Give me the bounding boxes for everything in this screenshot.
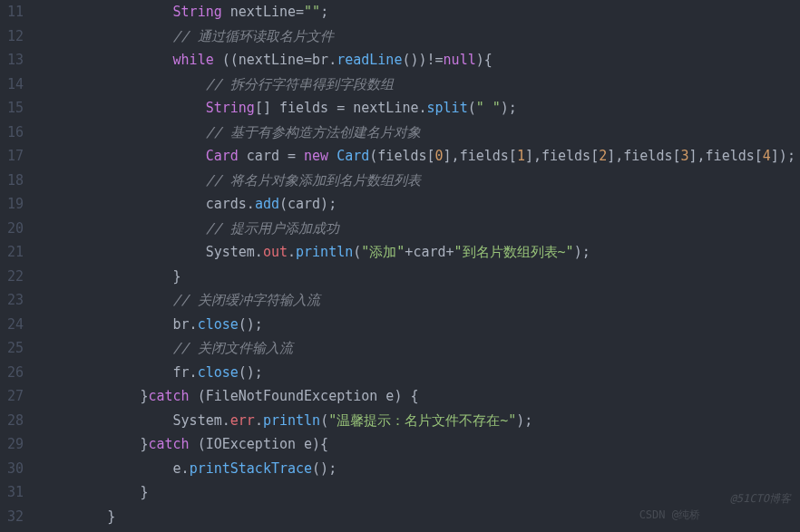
- token-cmt: // 基于有参构造方法创建名片对象: [206, 124, 421, 140]
- line-number: 31: [7, 480, 24, 505]
- token-mtd: add: [255, 196, 279, 212]
- token-pln: (FileNotFoundException e) {: [190, 388, 419, 404]
- token-pln: br.: [312, 52, 337, 68]
- line-number: 29: [7, 432, 24, 457]
- token-str: "到名片数组列表~": [454, 244, 574, 260]
- line-number: 24: [7, 313, 24, 337]
- line-number: 20: [7, 217, 24, 241]
- code-line[interactable]: br.close();: [42, 313, 800, 337]
- line-number: 30: [7, 457, 24, 481]
- code-line[interactable]: fr.close();: [42, 361, 800, 385]
- line-number-gutter: 1112131415161718192021222324252627282930…: [0, 0, 38, 532]
- token-cmt: // 将名片对象添加到名片数组列表: [206, 172, 421, 189]
- line-number: 11: [7, 0, 24, 24]
- line-number: 19: [7, 192, 24, 217]
- token-pln: (: [353, 244, 361, 260]
- token-cmt: // 提示用户添加成功: [206, 220, 339, 237]
- token-pln: ){: [476, 52, 493, 68]
- token-pln: System.: [206, 244, 263, 260]
- token-pln: (: [320, 412, 328, 429]
- code-line[interactable]: cards.add(card);: [42, 192, 800, 217]
- code-line[interactable]: System.out.println("添加"+card+"到名片数组列表~")…: [42, 240, 800, 265]
- token-mtd: close: [198, 316, 239, 333]
- token-pln: System.: [173, 412, 230, 429]
- token-typ: Card: [206, 148, 239, 164]
- token-pln: ();: [312, 460, 337, 477]
- token-op: =: [337, 100, 353, 116]
- token-typ: String: [206, 100, 255, 116]
- token-pln: ()): [402, 52, 426, 68]
- code-line[interactable]: // 关闭缓冲字符输入流: [42, 288, 800, 313]
- token-pln: card: [413, 244, 445, 260]
- code-line[interactable]: String nextLine="";: [42, 0, 800, 24]
- token-pln: );: [516, 412, 532, 429]
- token-num: 1: [517, 148, 525, 164]
- line-number: 23: [7, 288, 24, 313]
- token-str: "添加": [361, 244, 405, 260]
- token-var: err: [230, 412, 255, 429]
- line-number: 13: [7, 48, 24, 73]
- token-pln: );: [501, 100, 517, 116]
- token-pln: nextLine.: [353, 100, 426, 116]
- token-num: 0: [435, 148, 444, 164]
- token-pln: }: [173, 268, 181, 285]
- token-pln: ],fields[: [689, 148, 763, 164]
- code-line[interactable]: // 提示用户添加成功: [42, 217, 800, 241]
- token-pln: ();: [239, 364, 263, 381]
- token-pln: }: [140, 484, 148, 500]
- code-line[interactable]: }: [42, 480, 800, 505]
- line-number: 12: [7, 24, 24, 49]
- token-cmt: // 通过循环读取名片文件: [173, 28, 334, 44]
- token-cmt: // 关闭缓冲字符输入流: [173, 292, 320, 308]
- code-line[interactable]: // 基于有参构造方法创建名片对象: [42, 121, 800, 145]
- token-var: out: [263, 244, 288, 260]
- token-pln: ]);: [771, 148, 795, 164]
- token-pln: e.: [173, 460, 190, 477]
- code-line[interactable]: // 拆分行字符串得到字段数组: [42, 73, 800, 97]
- code-line[interactable]: String[] fields = nextLine.split(" ");: [42, 96, 800, 121]
- code-line[interactable]: System.err.println("温馨提示：名片文件不存在~");: [42, 409, 800, 433]
- token-str: "温馨提示：名片文件不存在~": [328, 412, 516, 429]
- code-line[interactable]: }catch (FileNotFoundException e) {: [42, 384, 800, 409]
- code-line[interactable]: while ((nextLine=br.readLine())!=null){: [42, 48, 800, 73]
- watermark-51cto: @51CTO博客: [730, 487, 791, 511]
- token-cmt: // 关闭文件输入流: [173, 340, 293, 356]
- token-pln: cards.: [206, 196, 255, 212]
- code-line[interactable]: Card card = new Card(fields[0],fields[1]…: [42, 144, 800, 169]
- line-number: 16: [7, 121, 24, 145]
- line-number: 32: [7, 505, 24, 529]
- code-line[interactable]: }catch (IOException e){: [42, 432, 800, 457]
- line-number: 15: [7, 96, 24, 121]
- token-num: 4: [763, 148, 771, 164]
- token-pln: (card);: [279, 196, 337, 212]
- line-number: 17: [7, 144, 24, 169]
- line-number: 14: [7, 73, 24, 97]
- token-pln: (: [468, 100, 476, 116]
- token-pln: fr.: [173, 364, 198, 381]
- token-op: =: [304, 52, 312, 68]
- token-num: 3: [681, 148, 689, 164]
- code-line[interactable]: // 关闭文件输入流: [42, 336, 800, 361]
- code-line[interactable]: // 将名片对象添加到名片数组列表: [42, 169, 800, 193]
- token-typ: String: [173, 4, 222, 20]
- code-area[interactable]: String nextLine=""; // 通过循环读取名片文件 while …: [38, 0, 800, 532]
- token-kw: null: [444, 52, 476, 68]
- code-line[interactable]: }: [42, 265, 800, 289]
- token-op: =: [288, 148, 304, 164]
- code-line[interactable]: e.printStackTrace();: [42, 457, 800, 481]
- token-kw: new: [304, 148, 328, 164]
- token-kw: catch: [148, 388, 189, 404]
- line-number: 18: [7, 169, 24, 193]
- token-pln: ],fields[: [444, 148, 517, 164]
- token-pln: [328, 148, 337, 164]
- token-op: +: [446, 244, 454, 260]
- code-editor[interactable]: 1112131415161718192021222324252627282930…: [0, 0, 800, 532]
- token-op: =: [296, 4, 304, 20]
- token-op: !=: [427, 52, 444, 68]
- token-str: "": [304, 4, 320, 20]
- token-mtd: println: [263, 412, 320, 429]
- code-line[interactable]: // 通过循环读取名片文件: [42, 24, 800, 49]
- token-pln: (fields[: [369, 148, 434, 164]
- line-number: 22: [7, 265, 24, 289]
- token-pln: [] fields: [255, 100, 337, 116]
